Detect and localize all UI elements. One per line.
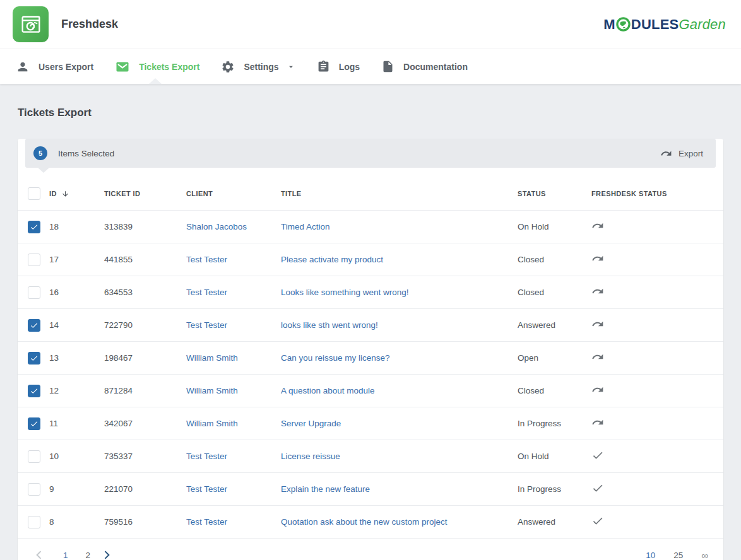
cell-ticket-id: 313839 bbox=[104, 211, 186, 243]
selection-bar: 5 Items Selected Export bbox=[25, 139, 716, 168]
table-row: 18 313839 Shalon Jacobos Timed Action On… bbox=[18, 211, 723, 243]
column-header-client: CLIENT bbox=[186, 175, 281, 211]
page-size-all[interactable]: ∞ bbox=[701, 550, 708, 560]
row-checkbox[interactable] bbox=[28, 254, 40, 266]
user-icon bbox=[16, 60, 30, 74]
nav-settings[interactable]: Settings bbox=[210, 49, 305, 84]
export-arrow-icon bbox=[591, 318, 604, 330]
cell-id: 14 bbox=[49, 309, 104, 342]
table-row: 10 735337 Test Tester License reissue On… bbox=[18, 440, 723, 473]
cell-ticket-id: 441855 bbox=[104, 243, 186, 276]
export-arrow-icon bbox=[591, 416, 604, 429]
client-link[interactable]: William Smith bbox=[186, 419, 238, 428]
brand-part-m: M bbox=[603, 16, 615, 33]
ticket-title-link[interactable]: looks like sth went wrong! bbox=[281, 320, 378, 330]
client-link[interactable]: Test Tester bbox=[186, 288, 227, 297]
cell-id: 17 bbox=[49, 243, 104, 276]
ticket-title-link[interactable]: Explain the new feature bbox=[281, 484, 370, 494]
check-icon bbox=[591, 449, 604, 462]
ticket-title-link[interactable]: Quotation ask about the new custom proje… bbox=[281, 517, 447, 527]
modulesgarden-logo[interactable]: M DULES Garden bbox=[603, 16, 726, 33]
check-icon bbox=[591, 482, 604, 494]
ticket-title-link[interactable]: A question about module bbox=[281, 386, 375, 395]
table-row: 9 221070 Test Tester Explain the new fea… bbox=[18, 473, 723, 506]
column-header-freshdesk-status: FRESHDESK STATUS bbox=[591, 175, 723, 211]
cell-ticket-id: 871284 bbox=[104, 375, 186, 407]
client-link[interactable]: Test Tester bbox=[186, 452, 227, 461]
page-size-10[interactable]: 10 bbox=[646, 551, 655, 560]
tickets-table: ID TICKET ID CLIENT TITLE STATUS FRESHDE… bbox=[18, 175, 723, 538]
page-number-1[interactable]: 1 bbox=[63, 551, 68, 560]
globe-icon bbox=[616, 17, 631, 32]
page-size-25[interactable]: 25 bbox=[673, 551, 683, 560]
cell-ticket-id: 198467 bbox=[104, 342, 186, 375]
ticket-title-link[interactable]: Looks like something went wrong! bbox=[281, 288, 409, 297]
active-tab-pointer bbox=[149, 78, 162, 84]
freshdesk-logo-icon bbox=[13, 6, 49, 42]
next-page-icon[interactable] bbox=[100, 549, 113, 560]
check-icon bbox=[591, 515, 604, 527]
row-checkbox[interactable] bbox=[28, 483, 40, 496]
client-link[interactable]: Test Tester bbox=[186, 255, 227, 264]
row-checkbox[interactable] bbox=[28, 417, 40, 430]
client-link[interactable]: Test Tester bbox=[186, 517, 227, 527]
nav-users-export[interactable]: Users Export bbox=[16, 49, 104, 84]
row-checkbox[interactable] bbox=[28, 286, 40, 299]
brand-part-dules: DULES bbox=[631, 16, 679, 33]
cell-ticket-id: 722790 bbox=[104, 309, 186, 342]
client-link[interactable]: Test Tester bbox=[186, 484, 227, 494]
export-button[interactable]: Export bbox=[660, 148, 703, 160]
nav-logs[interactable]: Logs bbox=[306, 49, 370, 84]
row-checkbox[interactable] bbox=[28, 450, 40, 463]
selected-items-label: Items Selected bbox=[58, 149, 114, 158]
cell-id: 18 bbox=[49, 211, 104, 243]
gear-icon bbox=[221, 60, 235, 74]
page-size-selector: 10 25 ∞ bbox=[646, 550, 708, 560]
client-link[interactable]: Test Tester bbox=[186, 320, 227, 330]
row-checkbox[interactable] bbox=[28, 516, 40, 528]
selection-bar-pointer bbox=[38, 168, 49, 173]
previous-page-icon[interactable] bbox=[33, 549, 45, 560]
nav-bar: Users Export Tickets Export Settings Log… bbox=[0, 49, 741, 84]
chevron-down-icon bbox=[287, 62, 295, 71]
cell-id: 13 bbox=[49, 342, 104, 375]
ticket-title-link[interactable]: Timed Action bbox=[281, 222, 330, 231]
pagination-bar: 1 2 10 25 ∞ bbox=[18, 538, 723, 560]
ticket-title-link[interactable]: Please activate my product bbox=[281, 255, 383, 264]
export-arrow-icon bbox=[591, 383, 604, 396]
ticket-title-link[interactable]: License reissue bbox=[281, 452, 340, 461]
ticket-title-link[interactable]: Server Upgrade bbox=[281, 419, 341, 428]
nav-label: Settings bbox=[244, 62, 278, 72]
row-checkbox[interactable] bbox=[28, 319, 40, 332]
export-label: Export bbox=[679, 149, 703, 158]
cell-status: On Hold bbox=[518, 211, 591, 243]
table-row: 14 722790 Test Tester looks like sth wen… bbox=[18, 309, 723, 342]
export-arrow-icon bbox=[660, 148, 672, 160]
sort-descending-icon bbox=[61, 190, 69, 198]
ticket-title-link[interactable]: Can you reissue my license? bbox=[281, 353, 390, 363]
cell-ticket-id: 634553 bbox=[104, 276, 186, 309]
page-title: Tickets Export bbox=[18, 107, 741, 119]
export-arrow-icon bbox=[591, 252, 604, 265]
column-header-status: STATUS bbox=[518, 175, 591, 211]
cell-status: In Progress bbox=[518, 407, 591, 440]
row-checkbox[interactable] bbox=[28, 385, 40, 397]
cell-status: Answered bbox=[518, 506, 591, 539]
page-number-2[interactable]: 2 bbox=[86, 551, 91, 560]
cell-id: 9 bbox=[49, 473, 104, 506]
client-link[interactable]: Shalon Jacobos bbox=[186, 222, 247, 231]
nav-label: Documentation bbox=[403, 62, 468, 72]
cell-status: In Progress bbox=[518, 473, 591, 506]
column-header-id[interactable]: ID bbox=[49, 190, 104, 198]
cell-id: 8 bbox=[49, 506, 104, 539]
nav-documentation[interactable]: Documentation bbox=[370, 49, 478, 84]
cell-status: Closed bbox=[518, 243, 591, 276]
nav-label: Logs bbox=[339, 62, 360, 72]
row-checkbox[interactable] bbox=[28, 221, 40, 233]
client-link[interactable]: William Smith bbox=[186, 386, 238, 395]
row-checkbox[interactable] bbox=[28, 352, 40, 365]
client-link[interactable]: William Smith bbox=[186, 353, 238, 363]
select-all-checkbox[interactable] bbox=[28, 187, 40, 200]
export-arrow-icon bbox=[591, 351, 604, 363]
cell-ticket-id: 221070 bbox=[104, 473, 186, 506]
